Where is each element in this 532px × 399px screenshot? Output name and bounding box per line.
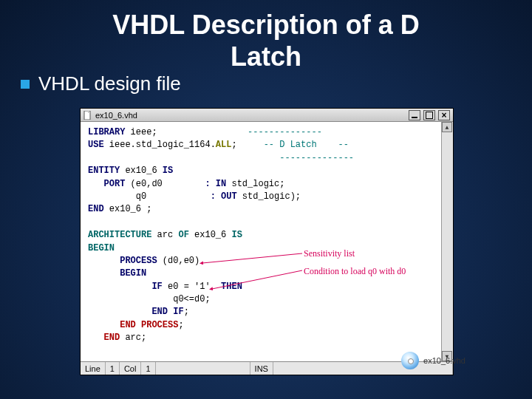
file-icon — [83, 111, 92, 120]
status-col-label: Col — [120, 362, 142, 375]
vertical-scrollbar[interactable]: ▲ ▼ — [441, 122, 453, 361]
code-editor[interactable]: LIBRARY ieee; -------------- USE ieee.st… — [81, 122, 453, 361]
title-line-1: VHDL Description of a D — [0, 9, 532, 41]
titlebar: ex10_6.vhd — [81, 109, 453, 122]
cd-icon — [401, 352, 419, 369]
slide-title: VHDL Description of a D Latch — [0, 9, 532, 72]
title-line-2: Latch — [0, 41, 532, 72]
bullet-text: VHDL design file — [38, 72, 181, 95]
status-col-value: 1 — [141, 362, 155, 375]
status-mode: INS — [250, 362, 273, 375]
editor-window: ex10_6.vhd LIBRARY ieee; -------------- … — [80, 108, 454, 375]
bullet-item: VHDL design file — [21, 72, 532, 95]
maximize-button[interactable] — [423, 110, 435, 120]
status-line-label: Line — [81, 362, 106, 375]
scroll-up-button[interactable]: ▲ — [442, 122, 452, 132]
cd-label: ex10_6.vhd — [423, 356, 466, 365]
statusbar: Line 1 Col 1 INS — [81, 361, 453, 375]
minimize-button[interactable] — [409, 110, 420, 120]
cd-reference: ex10_6.vhd — [401, 352, 466, 369]
status-line-value: 1 — [106, 362, 120, 375]
close-button[interactable] — [438, 110, 450, 120]
window-title: ex10_6.vhd — [95, 111, 137, 120]
bullet-icon — [21, 80, 30, 89]
